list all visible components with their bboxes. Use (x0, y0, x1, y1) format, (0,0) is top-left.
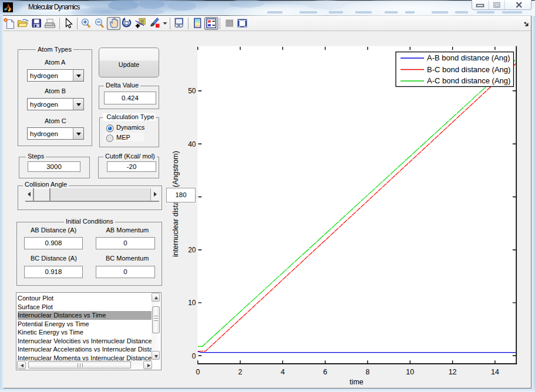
svg-text:10: 10 (406, 368, 414, 376)
svg-text:internuclear distance (Angstro: internuclear distance (Angstrom) (171, 151, 180, 257)
svg-text:0: 0 (196, 368, 200, 376)
svg-text:4: 4 (281, 368, 285, 376)
svg-text:20: 20 (188, 246, 196, 254)
svg-text:B-C bond distance (Ang): B-C bond distance (Ang) (427, 65, 510, 74)
svg-text:14: 14 (491, 368, 499, 376)
svg-text:0: 0 (192, 352, 196, 360)
svg-text:time: time (349, 378, 364, 386)
svg-text:8: 8 (366, 368, 370, 376)
svg-text:10: 10 (188, 299, 196, 307)
svg-text:6: 6 (323, 368, 327, 376)
svg-text:2: 2 (238, 368, 243, 376)
svg-text:A-B bond distance (Ang): A-B bond distance (Ang) (427, 53, 510, 62)
svg-text:40: 40 (188, 140, 196, 148)
svg-text:12: 12 (449, 368, 457, 376)
svg-text:50: 50 (188, 87, 196, 95)
svg-text:A-C bond distance (Ang): A-C bond distance (Ang) (427, 76, 510, 85)
